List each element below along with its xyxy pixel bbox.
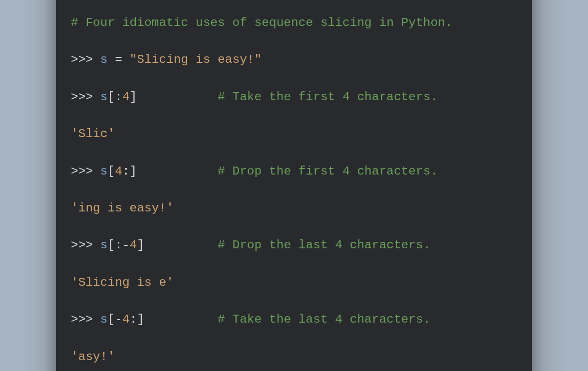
bracket: :]	[130, 313, 144, 326]
string-literal: "Slicing is easy!"	[130, 53, 262, 66]
padding	[137, 165, 218, 178]
bracket: ]	[137, 238, 144, 252]
code-line: 'Slicing is e'	[71, 273, 517, 292]
code-line: >>> s = "Slicing is easy!"	[71, 50, 517, 69]
variable: s	[100, 313, 108, 326]
code-line: 'ing is easy!'	[71, 199, 517, 217]
number: 4	[122, 90, 130, 104]
output-string: 'Slic'	[71, 127, 115, 141]
bracket: [:	[108, 90, 122, 104]
number: 4	[122, 313, 130, 326]
code-block: # Four idiomatic uses of sequence slicin…	[71, 0, 517, 371]
terminal-window: # Four idiomatic uses of sequence slicin…	[56, 0, 532, 371]
operator: =	[108, 53, 130, 66]
bracket: :]	[122, 165, 137, 178]
code-line: # Four idiomatic uses of sequence slicin…	[71, 13, 517, 32]
variable: s	[100, 90, 108, 104]
repl-prompt: >>>	[71, 238, 100, 252]
variable: s	[100, 165, 108, 178]
bracket: [	[108, 165, 115, 178]
padding	[137, 90, 218, 104]
comment-text: # Take the last 4 characters.	[218, 313, 430, 326]
number: 4	[130, 238, 137, 252]
repl-prompt: >>>	[71, 53, 100, 66]
padding	[144, 313, 218, 326]
comment-text: # Four idiomatic uses of sequence slicin…	[71, 16, 453, 29]
bracket: [:-	[108, 238, 130, 252]
variable: s	[100, 53, 108, 66]
output-string: 'ing is easy!'	[71, 201, 174, 215]
comment-text: # Drop the first 4 characters.	[218, 165, 438, 178]
repl-prompt: >>>	[71, 90, 100, 104]
code-line: >>> s[:-4] # Drop the last 4 characters.	[71, 236, 517, 254]
code-line: >>> s[4:] # Drop the first 4 characters.	[71, 162, 517, 181]
code-line: 'Slic'	[71, 125, 517, 143]
comment-text: # Drop the last 4 characters.	[218, 238, 430, 252]
bracket: [-	[108, 313, 122, 326]
number: 4	[115, 165, 122, 178]
code-line: >>> s[-4:] # Take the last 4 characters.	[71, 310, 517, 329]
output-string: 'asy!'	[71, 350, 115, 364]
code-line: >>> s[:4] # Take the first 4 characters.	[71, 88, 517, 106]
bracket: ]	[130, 90, 137, 104]
repl-prompt: >>>	[71, 313, 100, 326]
code-line: 'asy!'	[71, 348, 517, 366]
repl-prompt: >>>	[71, 165, 100, 178]
padding	[144, 238, 218, 252]
output-string: 'Slicing is e'	[71, 276, 174, 289]
comment-text: # Take the first 4 characters.	[218, 90, 438, 104]
variable: s	[100, 238, 108, 252]
